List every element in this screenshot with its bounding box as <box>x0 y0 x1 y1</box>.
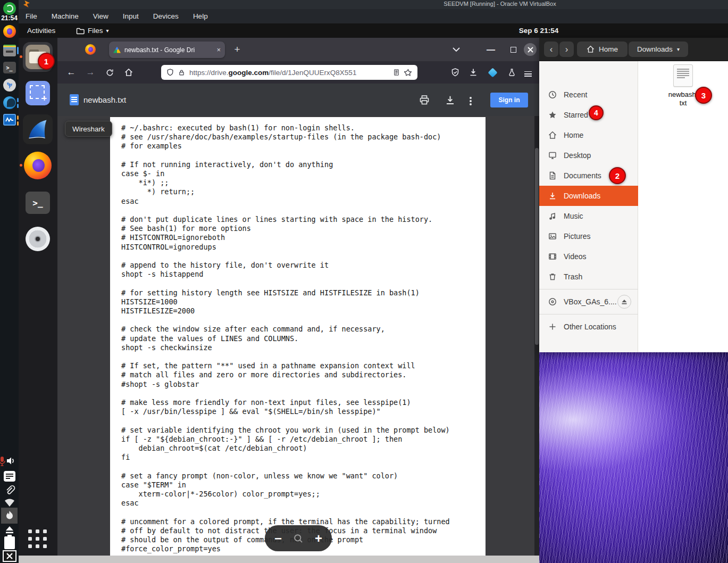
tab-title: newbash.txt - Google Dri <box>124 46 213 54</box>
scrollbar[interactable] <box>534 116 539 556</box>
sidebar-item-pictures[interactable]: Pictures <box>539 226 638 246</box>
topbar-clock[interactable]: Sep 6 21:54 <box>519 23 558 38</box>
reload-icon[interactable] <box>104 67 115 78</box>
task-indicator <box>17 104 19 108</box>
sidebar-separator <box>539 314 638 314</box>
downloads-icon[interactable] <box>468 67 479 78</box>
volume-icon[interactable] <box>4 456 17 466</box>
battery-icon[interactable] <box>0 536 19 549</box>
protections-shield-icon[interactable] <box>450 67 461 78</box>
vpn-status-icon[interactable] <box>0 2 19 15</box>
menu-help[interactable]: Help <box>193 12 208 20</box>
url-text: https://drive.google.com/file/d/1JenQUUE… <box>189 69 389 77</box>
file-newbash-txt[interactable]: newbash. txt <box>638 64 728 107</box>
maximize-button[interactable] <box>507 43 520 56</box>
focused-app-label: Files <box>88 27 103 35</box>
forward-button[interactable]: › <box>559 42 574 57</box>
menu-devices[interactable]: Devices <box>153 12 179 20</box>
tab-bar: newbash.txt - Google Dri × + — <box>57 38 539 61</box>
pathbar-downloads-button[interactable]: Downloads ▾ <box>629 42 688 57</box>
sidebar-separator <box>539 289 638 289</box>
show-applications-button[interactable] <box>28 529 48 549</box>
sidebar-item-downloads[interactable]: Downloads <box>539 186 638 206</box>
pathbar-home-button[interactable]: Home <box>577 42 627 57</box>
reader-view-icon[interactable] <box>393 69 400 76</box>
dock-item-wireshark[interactable] <box>23 114 53 144</box>
url-bar[interactable]: https://drive.google.com/file/d/1JenQUUE… <box>161 65 417 80</box>
sidebar-item-trash[interactable]: Trash <box>539 267 638 287</box>
scrollbar-thumb[interactable] <box>535 148 539 345</box>
dock: + >_ <box>19 38 57 556</box>
vbox-window-title: SEEDVM [Running] - Oracle VM VirtualBox <box>444 1 556 7</box>
hamburger-menu-icon[interactable] <box>524 67 535 78</box>
sidebar-item-desktop[interactable]: Desktop <box>539 145 638 165</box>
plant-app-icon[interactable] <box>0 79 19 92</box>
back-button[interactable]: ‹ <box>544 42 558 57</box>
terminal-icon: >_ <box>26 192 50 214</box>
gnome-topbar: Activities Files ▾ Sep 6 21:54 <box>19 23 728 38</box>
shared-clipboard-icon[interactable] <box>0 508 19 524</box>
back-icon[interactable]: ← <box>66 67 77 78</box>
menu-input[interactable]: Input <box>123 12 139 20</box>
drive-preview-header: newbash.txt Sign in <box>57 84 539 116</box>
file-name-label: newbash. txt <box>638 90 728 107</box>
sidebar-item-vbox-cd[interactable]: VBox_GAs_6.... <box>539 292 638 312</box>
terminal-taskbar-icon[interactable]: >_ <box>0 62 19 73</box>
dock-item-terminal[interactable]: >_ <box>23 188 53 218</box>
close-button[interactable] <box>524 43 537 56</box>
menu-machine[interactable]: Machine <box>52 12 79 20</box>
monitor-app-icon[interactable] <box>0 114 19 126</box>
folder-icon <box>76 27 85 35</box>
extension-flask-icon[interactable] <box>506 67 517 78</box>
activities-button[interactable]: Activities <box>23 23 60 38</box>
zoom-in-button[interactable]: + <box>315 532 322 545</box>
sign-in-button[interactable]: Sign in <box>490 93 528 107</box>
download-icon[interactable] <box>444 94 456 106</box>
tab-newbash[interactable]: newbash.txt - Google Dri × <box>109 42 225 58</box>
zoom-out-button[interactable]: − <box>274 532 282 545</box>
running-indicator <box>20 164 22 167</box>
home-icon <box>587 45 595 53</box>
home-icon[interactable] <box>123 67 134 78</box>
tab-close-icon[interactable]: × <box>216 46 221 54</box>
minimize-button[interactable]: — <box>484 42 497 55</box>
task-indicator <box>17 47 19 54</box>
dock-item-screenshot[interactable]: + <box>23 78 53 108</box>
paperclip-icon[interactable] <box>0 484 19 496</box>
focused-app-menu[interactable]: Files ▾ <box>76 23 109 38</box>
network-icon[interactable] <box>0 498 19 508</box>
extension-gem-icon[interactable] <box>487 67 498 78</box>
task-indicator <box>17 121 19 126</box>
firefox-menu-icon[interactable] <box>85 44 96 55</box>
sidebar-item-other-locations[interactable]: Other Locations <box>539 317 638 337</box>
files-content-area[interactable]: newbash. txt <box>638 61 728 352</box>
print-icon[interactable] <box>419 94 430 106</box>
bookmark-star-icon[interactable] <box>404 69 412 77</box>
new-tab-button[interactable]: + <box>230 43 244 56</box>
tracking-shield-icon[interactable] <box>166 68 174 77</box>
pathbar-downloads-label: Downloads <box>637 45 673 53</box>
dock-item-cdrom[interactable] <box>23 224 53 254</box>
sidebar-item-videos[interactable]: Videos <box>539 246 638 267</box>
sidebar-item-home[interactable]: Home <box>539 125 638 145</box>
eject-button[interactable] <box>617 295 631 309</box>
sidebar-item-music[interactable]: Music <box>539 206 638 226</box>
firefox-taskbar-icon[interactable] <box>0 25 19 38</box>
tab-list-chevron-icon[interactable] <box>450 43 463 56</box>
sidebar-item-recent[interactable]: Recent <box>539 85 638 105</box>
task-indicator <box>17 98 19 102</box>
menu-view[interactable]: View <box>93 12 108 20</box>
forward-icon[interactable]: → <box>85 67 96 78</box>
dock-tooltip: Wireshark <box>65 121 112 137</box>
browser-app-icon[interactable] <box>0 96 19 109</box>
screen: 21:54 >_ <box>0 0 728 563</box>
dock-item-firefox[interactable] <box>23 151 53 180</box>
lock-icon[interactable] <box>178 69 185 77</box>
host-close-icon[interactable] <box>0 550 19 562</box>
eject-icon[interactable] <box>0 526 19 534</box>
archive-manager-icon[interactable] <box>0 45 19 56</box>
annotation-badge-2: 2 <box>609 167 626 184</box>
menu-file[interactable]: File <box>26 12 37 20</box>
more-actions-kebab-icon[interactable] <box>470 94 481 106</box>
notes-icon[interactable] <box>0 470 19 482</box>
